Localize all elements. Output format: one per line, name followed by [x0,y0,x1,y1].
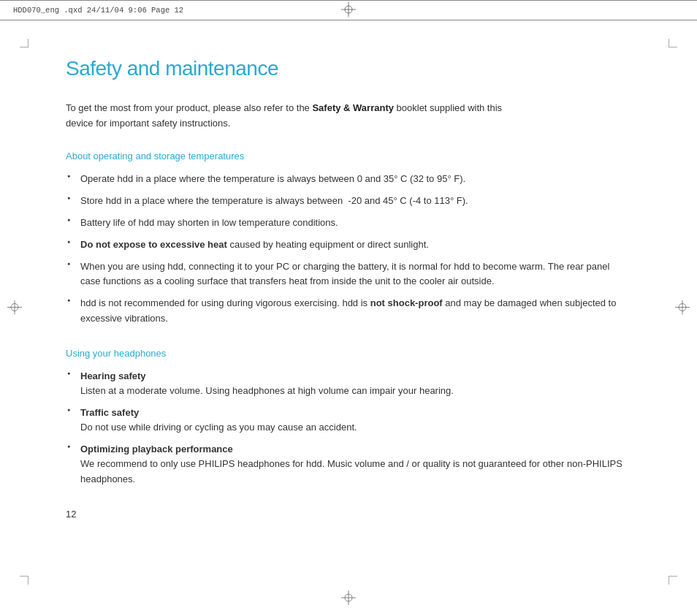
list-item: Operate hdd in a place where the tempera… [66,172,631,186]
bullet-text: caused by heating equipment or direct su… [227,239,429,250]
bullet-text: Operate hdd in a place where the tempera… [80,173,465,184]
bullet-text: Battery life of hdd may shorten in low t… [80,217,338,228]
list-item: Traffic safety Do not use while driving … [66,406,631,435]
list-item: Store hdd in a place where the temperatu… [66,194,631,208]
bullet-text: Listen at a moderate volume. Using headp… [80,385,454,396]
bullet-text: Do not use while driving or cycling as y… [80,422,357,433]
bullet-text: When you are using hdd, connecting it to… [80,261,609,286]
bullet-label: Optimizing playback performance [80,444,233,455]
bullet-bold: Do not expose to excessive heat [80,239,227,250]
intro-bold: Safety & Warranty [312,102,394,113]
list-item: hdd is not recommended for using during … [66,296,631,325]
bullet-label: Hearing safety [80,370,146,381]
page-header: HDD070_eng .qxd 24/11/04 9:06 Page 12 [0,0,697,20]
bottom-registration-mark [341,590,356,607]
bullet-text: hdd is not recommended for using during … [80,297,616,323]
bullet-text: We recommend to only use PHILIPS headpho… [80,458,622,484]
page-container: HDD070_eng .qxd 24/11/04 9:06 Page 12 [0,0,697,616]
page-title: Safety and maintenance [66,57,631,80]
header-center-registration-mark [341,2,356,19]
section1-bullet-list: Operate hdd in a place where the tempera… [66,172,631,326]
content-area: Safety and maintenance To get the most f… [0,20,697,549]
intro-text-before: To get the most from your product, pleas… [66,102,312,113]
intro-paragraph: To get the most from your product, pleas… [66,101,504,132]
trim-mark-br [669,576,687,594]
section2-bullet-list: Hearing safety Listen at a moderate volu… [66,369,631,487]
list-item: When you are using hdd, connecting it to… [66,259,631,289]
bullet-label: Traffic safety [80,407,139,418]
page-number: 12 [66,509,631,520]
list-item: Optimizing playback performance We recom… [66,442,631,486]
bullet-text: Store hdd in a place where the temperatu… [80,195,468,206]
section2-title: Using your headphones [66,348,631,359]
list-item: Do not expose to excessive heat caused b… [66,237,631,252]
list-item: Hearing safety Listen at a moderate volu… [66,369,631,398]
list-item: Battery life of hdd may shorten in low t… [66,216,631,230]
bullet-bold: not shock-proof [370,297,443,308]
section1-title: About operating and storage temperatures [66,151,631,161]
trim-mark-bl [10,576,28,594]
